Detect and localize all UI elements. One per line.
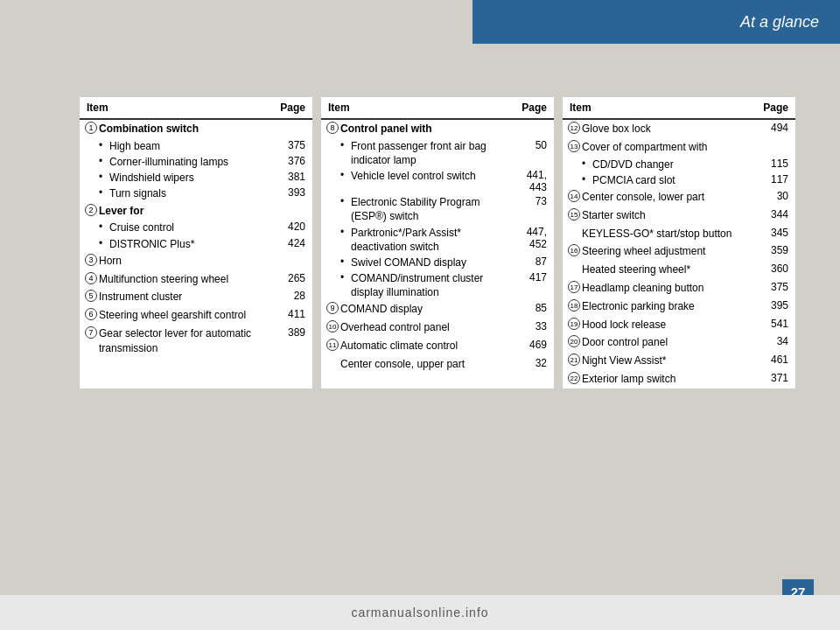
item-label: Exterior lamp switch — [582, 372, 757, 387]
item-number: 20 — [568, 335, 580, 347]
bullet-icon: • — [99, 220, 109, 233]
item-label: Center console, lower part — [582, 190, 757, 205]
list-item: 20 Door control panel 34 — [563, 333, 795, 352]
item-label: DISTRONIC Plus* — [109, 237, 274, 251]
list-item: 17 Headlamp cleaning button 375 — [563, 279, 795, 298]
item-number: 8 — [326, 122, 339, 134]
top-banner: At a glance — [472, 0, 840, 44]
list-item: 11 Automatic climate control 469 — [321, 337, 554, 355]
item-label: High beam — [109, 139, 274, 153]
item-label: COMAND/instrument cluster display illumi… — [351, 271, 515, 299]
item-label: Electronic Stability Pro­gram (ESP®) swi… — [351, 195, 515, 223]
bullet-icon: • — [340, 169, 351, 181]
item-page: 494 — [757, 122, 788, 134]
list-item: • Windshield wipers 381 — [80, 170, 312, 186]
list-item: 7 Gear selector lever for automatic tran… — [80, 325, 312, 358]
item-label: COMAND display — [340, 302, 515, 317]
item-label: CD/DVD changer — [592, 158, 757, 172]
item-page: 30 — [757, 190, 788, 202]
item-number: 6 — [85, 308, 97, 320]
item-page: 344 — [757, 208, 788, 220]
item-label: Control panel with — [340, 122, 515, 136]
item-page: 115 — [757, 158, 788, 170]
item-number: 17 — [568, 281, 580, 293]
list-item: 19 Hood lock release 541 — [563, 316, 795, 334]
item-page: 389 — [274, 326, 305, 339]
bullet-icon: • — [340, 139, 351, 151]
item-number: 4 — [85, 272, 97, 284]
item-page: 360 — [757, 262, 788, 275]
item-label: Door control panel — [582, 335, 757, 350]
item-label: Hood lock release — [582, 318, 757, 332]
main-content: Item Page 1 Combination switch • High be… — [79, 96, 796, 389]
item-number: 2 — [85, 204, 97, 216]
bullet-icon: • — [582, 173, 592, 186]
item-page: 541 — [757, 318, 788, 330]
item-page: 447, 452 — [515, 226, 547, 250]
list-item: 3 Horn — [80, 252, 312, 270]
list-item: 16 Steering wheel adjustment 359 — [563, 242, 795, 261]
item-label: Horn — [99, 254, 274, 269]
item-number: 9 — [326, 302, 339, 314]
item-page: 33 — [515, 320, 547, 332]
item-number: 11 — [326, 339, 339, 351]
item-number: 5 — [85, 290, 97, 302]
item-label: Overhead control panel — [340, 320, 515, 335]
item-label: Multifunction steering wheel — [99, 272, 274, 287]
bullet-icon: • — [99, 237, 109, 249]
item-label: Starter switch — [582, 208, 757, 223]
list-item: • Cruise control 420 — [80, 220, 312, 235]
bullet-icon: • — [340, 256, 351, 268]
list-item: 6 Steering wheel gearshift con­trol 411 — [80, 306, 312, 325]
item-number: 10 — [326, 320, 339, 332]
watermark-text: carmanualsonline.info — [351, 606, 488, 620]
list-item: 13 Cover of compartment with — [563, 138, 795, 157]
table-col-3: Item Page 12 Glove box lock 494 13 Cover… — [562, 96, 796, 389]
item-label: Heated steering wheel* — [582, 262, 757, 277]
item-label: Center console, upper part — [340, 357, 515, 372]
list-item: 4 Multifunction steering wheel 265 — [80, 270, 312, 289]
item-number: 12 — [568, 122, 580, 134]
item-number: 3 — [85, 254, 97, 266]
list-item: • CD/DVD changer 115 — [563, 157, 795, 172]
item-page: 420 — [274, 220, 305, 233]
item-number: 7 — [85, 326, 97, 339]
item-label: Cruise control — [109, 220, 274, 234]
list-item: Center console, upper part 32 — [321, 355, 554, 374]
item-label: Turn signals — [109, 186, 274, 200]
item-page: 393 — [274, 186, 305, 199]
list-item: 1 Combination switch — [80, 120, 312, 138]
list-item: 8 Control panel with — [321, 120, 554, 138]
col3-page-header: Page — [763, 102, 788, 114]
list-item: 21 Night View Assist* 461 — [563, 352, 795, 370]
item-label: Windshield wipers — [109, 171, 274, 185]
item-label: Glove box lock — [582, 122, 757, 136]
item-page: 411 — [274, 308, 305, 320]
item-label: Vehicle level control switch — [351, 169, 515, 183]
item-page: 50 — [515, 139, 547, 151]
col2-page-header: Page — [522, 102, 547, 114]
list-item: • Parktronic*/Park Assist* deactivation … — [321, 225, 554, 255]
item-page: 85 — [515, 302, 547, 314]
col1-header: Item Page — [80, 97, 312, 120]
col1-item-header: Item — [87, 102, 108, 114]
list-item: • Front passenger front air bag indicato… — [321, 138, 554, 168]
item-number: 15 — [568, 208, 580, 220]
watermark: carmanualsonline.info — [0, 595, 840, 630]
list-item: 2 Lever for — [80, 202, 312, 220]
item-number: 18 — [568, 299, 580, 312]
list-item: • Corner-illuminating lamps 376 — [80, 154, 312, 170]
bullet-icon: • — [582, 158, 592, 170]
col3-item-header: Item — [570, 102, 592, 114]
item-page: 32 — [515, 357, 547, 369]
item-page: 265 — [274, 272, 305, 284]
item-page: 395 — [757, 299, 788, 312]
item-number: 16 — [568, 244, 580, 256]
item-number: 13 — [568, 140, 580, 152]
item-page: 441, 443 — [515, 169, 547, 193]
item-page: 417 — [515, 271, 547, 284]
list-item: 15 Starter switch 344 — [563, 206, 795, 225]
item-label: Lever for — [99, 204, 274, 219]
item-page: 34 — [757, 335, 788, 347]
list-item: 10 Overhead control panel 33 — [321, 318, 554, 337]
